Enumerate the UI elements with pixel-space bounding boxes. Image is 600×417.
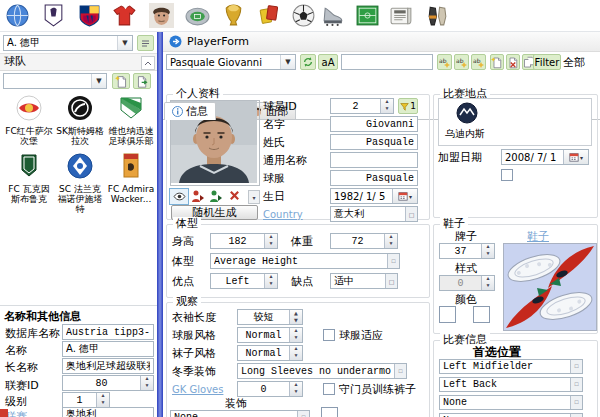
spin-down-arrow[interactable]: ▼ [482, 283, 494, 290]
spin-down-arrow[interactable]: ▼ [290, 317, 302, 324]
position-1-input[interactable]: Left Midfielder □ [439, 359, 583, 374]
photo-delete-button[interactable] [226, 188, 242, 203]
player-id-input[interactable]: 2 ▲▼ [330, 98, 394, 114]
add-player-button[interactable] [490, 54, 504, 70]
filter-button[interactable]: Filter [533, 54, 561, 70]
team-item-wacker-innsbruck[interactable]: FC 瓦克因斯布鲁克 [4, 152, 54, 204]
team-item-rapid-wien[interactable]: 维也纳迅速足球俱乐部 [106, 94, 156, 146]
spin-down-arrow[interactable]: ▼ [265, 241, 277, 248]
common-name-input[interactable] [330, 152, 418, 168]
league-country-input[interactable]: 奥地利 [62, 407, 154, 417]
spin-down-arrow[interactable]: ▼ [290, 353, 302, 360]
spin-up-arrow[interactable]: ▲ [482, 276, 494, 283]
position-picker-button[interactable]: □ [570, 396, 582, 409]
delete-player-button[interactable] [506, 54, 520, 70]
barcelona-crest-icon[interactable] [76, 2, 103, 29]
team-item-sturm-graz[interactable]: SK斯特姆格拉次 [55, 94, 105, 146]
spin-up-arrow[interactable]: ▲ [265, 274, 277, 281]
gk-gloves-input[interactable]: 0 ▲▼ [237, 381, 303, 397]
long-name-input[interactable]: 奥地利足球超级联赛 [62, 358, 154, 374]
team-item-red-bull-salzburg[interactable]: FC红牛萨尔次堡 [4, 94, 54, 146]
pitch-icon[interactable] [354, 2, 381, 29]
sock-style-input[interactable]: Normal ▲▼ [237, 345, 303, 361]
league-id-input[interactable]: 80 ▲▼ [62, 375, 154, 391]
player-face-icon[interactable] [148, 2, 175, 29]
height-input[interactable]: 182 ▲▼ [210, 233, 278, 249]
position-3-input[interactable]: None □ [439, 395, 583, 410]
strong-foot-spinner[interactable]: ▲▼ [264, 274, 277, 288]
referee-cards-icon[interactable] [256, 2, 283, 29]
body-type-input[interactable]: Average Height □ [210, 253, 400, 269]
winter-gear-picker-button[interactable]: □ [394, 364, 406, 378]
league-name-input[interactable]: A. 德甲 [62, 341, 154, 357]
spin-up-arrow[interactable]: ▲ [97, 393, 109, 400]
position-picker-button[interactable]: □ [570, 360, 582, 373]
boot-icon[interactable] [320, 2, 347, 29]
last-name-input[interactable]: Pasquale [330, 134, 418, 150]
position-4-input[interactable]: None □ [439, 413, 583, 417]
spin-up-arrow[interactable]: ▲ [290, 382, 302, 389]
weak-foot-picker-button[interactable]: □ [385, 274, 397, 288]
shoe-brand-spinner[interactable]: ▲▼ [481, 244, 494, 258]
shoe-style-input[interactable]: 0 ▲▼ [439, 275, 495, 291]
position-2-input[interactable]: Left Back □ [439, 377, 583, 392]
search-input[interactable] [341, 54, 433, 70]
world-cup-trophy-icon[interactable] [220, 2, 247, 29]
join-date-datepicker[interactable]: 2008/ 7/ 1 ▾ [501, 149, 589, 165]
filter-scope-dropdown[interactable]: 全部 [563, 56, 585, 69]
collapse-button[interactable] [141, 56, 155, 70]
export-team-button[interactable] [133, 73, 151, 89]
jersey-name-input[interactable]: Pasquale [330, 170, 418, 186]
abc-tool-3-button[interactable]: ab [471, 54, 486, 70]
sleeve-spinner[interactable]: ▲▼ [289, 310, 302, 324]
jersey-icon[interactable] [112, 2, 139, 29]
accessory-color-box[interactable] [321, 407, 338, 417]
spin-down-arrow[interactable]: ▼ [97, 400, 109, 407]
gk-gloves-link[interactable]: GK Gloves [172, 383, 223, 396]
photo-export-button[interactable] [208, 188, 224, 203]
join-date-checkbox[interactable] [501, 169, 513, 181]
weight-input[interactable]: 72 ▲▼ [330, 233, 398, 249]
league-link[interactable]: 联赛 [5, 410, 27, 417]
football-icon[interactable] [290, 2, 317, 29]
spin-down-arrow[interactable]: ▼ [482, 251, 494, 258]
team-item-admira-wacker[interactable]: FC Admira Wacker... [106, 152, 156, 204]
spin-up-arrow[interactable]: ▲ [141, 376, 153, 383]
calendar-dropdown-button[interactable]: ▾ [392, 189, 417, 203]
weight-spinner[interactable]: ▲▼ [384, 234, 397, 248]
globe-icon[interactable] [4, 2, 31, 29]
shoe-color-box-2[interactable] [473, 306, 490, 323]
spin-down-arrow[interactable]: ▼ [290, 335, 302, 342]
club-box[interactable]: 乌迪内斯 [438, 98, 592, 146]
player-id-spinner[interactable]: ▲▼ [380, 99, 393, 113]
gk-pants-checkbox[interactable] [323, 383, 335, 395]
jersey-style-spinner[interactable]: ▲▼ [289, 328, 302, 342]
team-filter-combobox[interactable]: ▼ [3, 73, 107, 89]
spin-up-arrow[interactable]: ▲ [290, 310, 302, 317]
db-name-input[interactable]: Austria tipp3-Bundesl [62, 324, 154, 340]
sock-style-spinner[interactable]: ▲▼ [289, 346, 302, 360]
stadium-icon[interactable] [184, 2, 211, 29]
id-filter-button[interactable]: 1 [398, 98, 418, 114]
country-link[interactable]: Country [263, 208, 303, 221]
jersey-style-input[interactable]: Normal ▲▼ [237, 327, 303, 343]
country-picker-button[interactable]: □ [405, 207, 417, 221]
spin-up-arrow[interactable]: ▲ [290, 346, 302, 353]
spin-down-arrow[interactable]: ▼ [265, 281, 277, 288]
first-name-input[interactable]: Giovanni [330, 116, 418, 132]
photo-options-button[interactable]: ▾ [248, 190, 260, 204]
spin-up-arrow[interactable]: ▲ [381, 99, 393, 106]
photo-import-button[interactable] [190, 188, 206, 203]
spin-down-arrow[interactable]: ▼ [141, 383, 153, 390]
player-selector[interactable]: Pasquale Giovanni ▼ [166, 54, 296, 70]
abc-tool-2-button[interactable]: ab [454, 54, 469, 70]
level-input[interactable]: 1 ▲▼ [62, 392, 110, 408]
league-id-spinner[interactable]: ▲▼ [140, 376, 153, 390]
spin-down-arrow[interactable]: ▼ [290, 389, 302, 396]
case-button[interactable]: aA [318, 54, 338, 70]
calendar-dropdown-button[interactable]: ▾ [563, 150, 588, 164]
spin-down-arrow[interactable]: ▼ [381, 106, 393, 113]
tab-info[interactable]: 信息 [164, 102, 216, 120]
winter-gear-input[interactable]: Long Sleeves no underarmor stuff □ [237, 363, 407, 379]
add-team-button[interactable] [112, 73, 130, 89]
